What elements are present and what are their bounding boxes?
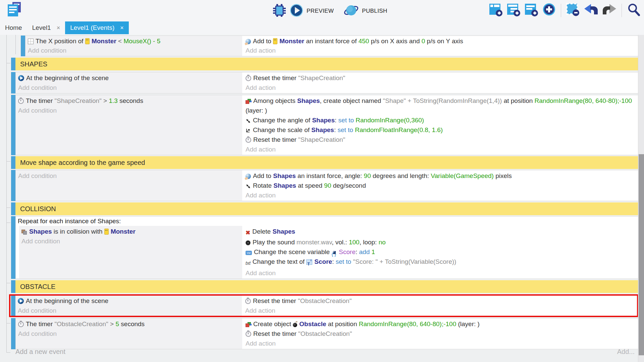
- search-icon[interactable]: [627, 3, 641, 18]
- text-segment: Rotate: [253, 182, 273, 189]
- event-row: The timer "ObstacleCreation" > 5 seconds…: [11, 318, 638, 349]
- event-selection-bar[interactable]: [11, 95, 15, 155]
- event-selection-bar[interactable]: [11, 216, 15, 279]
- text-segment: Shapes: [297, 97, 320, 104]
- event-selection-bar[interactable]: [11, 58, 15, 70]
- action-line[interactable]: Among objects Shapes, create object name…: [243, 96, 638, 115]
- group-header[interactable]: OBSTACLE: [15, 280, 638, 293]
- bomb-icon: [293, 323, 297, 327]
- add-action-button[interactable]: Add action: [243, 268, 638, 278]
- action-line[interactable]: Add to Monster an instant force of 450 p…: [243, 37, 638, 46]
- add-condition-button[interactable]: Add condition: [25, 46, 242, 55]
- add-new-event-button[interactable]: Add a new event: [15, 348, 65, 356]
- add-condition-button[interactable]: Add condition: [16, 106, 242, 115]
- add-event-icon[interactable]: [489, 3, 503, 18]
- condition-line[interactable]: Shapes is in collision with Monster: [19, 227, 242, 236]
- text-segment: seconds: [119, 320, 145, 327]
- event-box: At the beginning of the sceneAdd conditi…: [15, 72, 638, 94]
- condition-line[interactable]: The timer "ObstacleCreation" > 5 seconds: [16, 319, 242, 329]
- event-selection-bar[interactable]: [21, 36, 25, 56]
- publish-label[interactable]: PUBLISH: [362, 8, 387, 14]
- text-segment: Add condition: [18, 172, 57, 179]
- event-rows: The X position of Monster < MouseX() - 5…: [0, 36, 644, 349]
- text-segment: >: [108, 320, 116, 327]
- tab-level1-events[interactable]: Level1 (Events)×: [65, 21, 129, 34]
- tab-level1[interactable]: Level1×: [27, 21, 65, 34]
- close-tab-icon[interactable]: ×: [57, 24, 60, 32]
- event-sheet: The X position of Monster < MouseX() - 5…: [0, 35, 644, 362]
- action-line[interactable]: Add to Shapes an instant force, angle: 9…: [243, 171, 638, 181]
- text-segment: "ObstacleCreation": [298, 330, 352, 337]
- action-line[interactable]: Reset the timer "ObstacleCreation": [243, 296, 637, 306]
- group-header[interactable]: COLLISION: [15, 202, 638, 215]
- action-line[interactable]: Reset the timer "ShapeCreation": [243, 135, 638, 144]
- debug-icon[interactable]: [272, 3, 286, 19]
- text-segment: set to: [337, 126, 355, 133]
- action-line[interactable]: Reset the timer "ObstacleCreation": [243, 329, 638, 339]
- action-line[interactable]: Create object Obstacle at position Rando…: [243, 319, 638, 329]
- event-selection-bar[interactable]: [11, 202, 15, 215]
- add-comment-icon[interactable]: [524, 3, 538, 18]
- action-line[interactable]: Delete Shapes: [243, 227, 638, 237]
- add-more-button[interactable]: Add...: [617, 348, 635, 356]
- event-selection-bar[interactable]: [11, 156, 15, 169]
- add-action-button[interactable]: Add action: [243, 144, 638, 154]
- delete-selection-icon[interactable]: [566, 3, 580, 18]
- text-segment: Delete: [252, 228, 272, 235]
- repeat-event-label[interactable]: Repeat for each instance of Shapes:: [16, 217, 638, 226]
- redo-icon[interactable]: [602, 3, 617, 18]
- text-segment: :: [335, 117, 338, 124]
- add-action-button[interactable]: Add action: [243, 339, 638, 348]
- text-segment: , loop:: [360, 239, 379, 246]
- add-condition-button[interactable]: Add condition: [15, 306, 242, 315]
- event-selection-bar[interactable]: [11, 170, 15, 201]
- scrollbar-track[interactable]: [638, 35, 644, 362]
- action-line[interactable]: Change the text of Score: set to "Score:…: [243, 257, 638, 268]
- condition-line[interactable]: At the beginning of the scene: [15, 296, 242, 306]
- project-manager-icon[interactable]: [7, 2, 21, 19]
- action-line[interactable]: Change the angle of Shapes: set to Rando…: [243, 115, 638, 125]
- condition-line[interactable]: The X position of Monster < MouseX() - 5: [25, 37, 242, 46]
- scrollbar-thumb[interactable]: [639, 154, 644, 355]
- timer-icon: [246, 137, 251, 143]
- event-selection-bar[interactable]: [11, 72, 15, 94]
- condition-line[interactable]: The timer "ShapeCreation" > 1.3 seconds: [16, 96, 242, 106]
- group-header[interactable]: Move shape according to the game speed: [15, 156, 638, 169]
- action-line[interactable]: Change the scene variable Score: add 1: [243, 247, 638, 257]
- actions-cell: Create object Obstacle at position Rando…: [243, 318, 638, 349]
- preview-play-icon[interactable]: [290, 4, 303, 18]
- close-tab-icon[interactable]: ×: [120, 24, 124, 32]
- action-line[interactable]: Reset the timer "ShapeCreation": [243, 73, 638, 83]
- action-line[interactable]: Play the sound monster.wav, vol.: 100, l…: [243, 237, 638, 247]
- text-segment: Reset the timer: [253, 297, 298, 304]
- add-action-button[interactable]: Add action: [243, 306, 637, 315]
- add-action-button[interactable]: Add action: [243, 83, 638, 93]
- add-other-icon[interactable]: [542, 3, 556, 18]
- event-selection-bar[interactable]: [11, 318, 15, 349]
- preview-label[interactable]: PREVIEW: [307, 8, 334, 14]
- add-action-button[interactable]: Add action: [243, 46, 638, 55]
- event-selection-bar[interactable]: [11, 296, 15, 316]
- add-condition-button[interactable]: Add condition: [16, 171, 242, 181]
- event-selection-bar[interactable]: [11, 280, 15, 293]
- undo-icon[interactable]: [584, 3, 598, 18]
- action-line[interactable]: Change the scale of Shapes: set to Rando…: [243, 125, 638, 135]
- add-sub-event-icon[interactable]: [506, 3, 521, 18]
- sound-icon: [246, 240, 251, 245]
- event-row: At the beginning of the sceneAdd conditi…: [11, 296, 637, 316]
- add-condition-button[interactable]: Add condition: [19, 236, 242, 246]
- text-segment: Shapes: [312, 117, 335, 124]
- text-segment: (layer: ): [246, 107, 267, 114]
- condition-line[interactable]: At the beginning of the scene: [16, 73, 242, 83]
- action-line[interactable]: Rotate Shapes at speed 90 deg/second: [243, 181, 638, 190]
- publish-globe-icon[interactable]: [344, 3, 359, 19]
- add-condition-button[interactable]: Add condition: [16, 329, 242, 339]
- add-action-button[interactable]: Add action: [243, 190, 638, 200]
- event-row: The X position of Monster < MouseX() - 5…: [21, 36, 638, 56]
- add-condition-button[interactable]: Add condition: [16, 83, 242, 93]
- actions-cell: Among objects Shapes, create object name…: [243, 95, 638, 155]
- text-segment: Shapes: [272, 228, 295, 235]
- group-header[interactable]: SHAPES: [15, 58, 638, 70]
- tab-home[interactable]: Home: [0, 21, 27, 34]
- text-segment: 1: [372, 248, 375, 255]
